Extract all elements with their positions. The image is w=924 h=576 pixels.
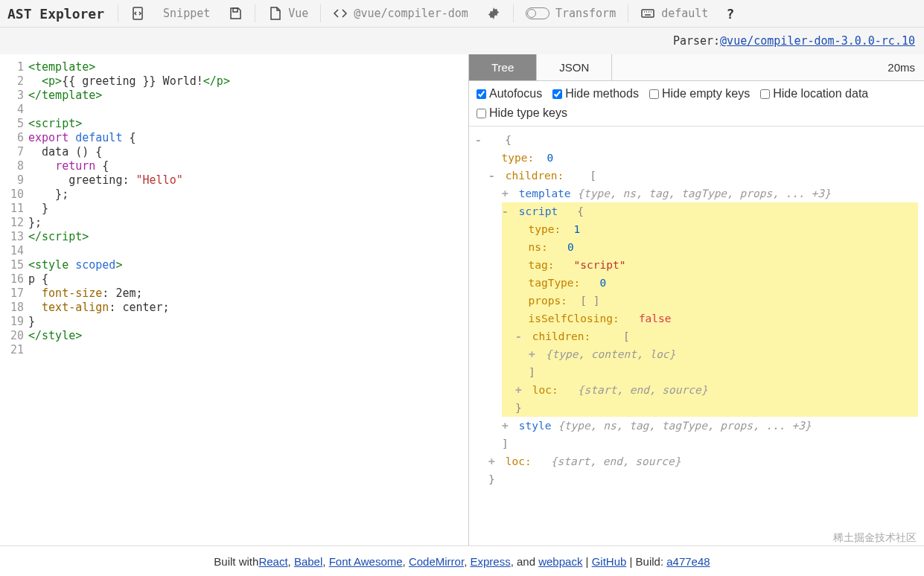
- code-line[interactable]: p {: [28, 272, 468, 287]
- parser-menu[interactable]: @vue/compiler-dom: [325, 0, 476, 27]
- parser-settings-button[interactable]: [479, 0, 509, 27]
- output-tabs: Tree JSON 20ms: [469, 54, 924, 81]
- code-line[interactable]: <style scoped>: [28, 258, 468, 272]
- code-line[interactable]: <p>{{ greeting }} World!</p>: [28, 74, 468, 89]
- collapse-icon[interactable]: -: [515, 327, 526, 345]
- opt-hide-location[interactable]: Hide location data: [760, 87, 868, 100]
- footer-link[interactable]: CodeMirror: [409, 555, 464, 568]
- code-line[interactable]: [28, 244, 468, 258]
- snippet-menu[interactable]: Snippet: [156, 0, 217, 27]
- language-menu[interactable]: Vue: [260, 0, 316, 27]
- tree-options: Autofocus Hide methods Hide empty keys H…: [469, 81, 924, 127]
- code-line[interactable]: </script>: [28, 230, 468, 244]
- toggle-icon: [526, 7, 549, 19]
- opt-hide-methods[interactable]: Hide methods: [552, 87, 639, 100]
- expand-icon[interactable]: +: [502, 185, 512, 202]
- code-line[interactable]: </template>: [28, 89, 468, 103]
- expand-icon[interactable]: +: [529, 345, 539, 363]
- watermark: 稀土掘金技术社区: [833, 531, 917, 545]
- output-panel: Tree JSON 20ms Autofocus Hide methods Hi…: [469, 54, 924, 545]
- ast-tree[interactable]: - { type: 0 - children: [ + template {ty…: [469, 127, 924, 545]
- code-line[interactable]: </style>: [28, 329, 468, 343]
- build-link[interactable]: a477e48: [666, 555, 710, 568]
- file-icon: [267, 6, 282, 21]
- code-line[interactable]: [28, 343, 468, 357]
- parse-time: 20ms: [888, 61, 924, 74]
- footer-link[interactable]: Babel: [294, 555, 322, 568]
- parser-info-bar: Parser: @vue/compiler-dom-3.0.0-rc.10: [0, 28, 924, 54]
- code-line[interactable]: greeting: "Hello": [28, 173, 468, 188]
- file-code-icon: [130, 6, 145, 21]
- expand-icon[interactable]: +: [502, 417, 512, 435]
- footer-link[interactable]: GitHub: [592, 555, 627, 568]
- code-line[interactable]: };: [28, 188, 468, 202]
- code-line[interactable]: text-align: center;: [28, 301, 468, 315]
- code-line[interactable]: <template>: [28, 60, 468, 74]
- gear-icon: [486, 6, 501, 21]
- code-icon: [333, 6, 348, 21]
- tab-tree[interactable]: Tree: [469, 54, 537, 80]
- code-line[interactable]: font-size: 2em;: [28, 287, 468, 301]
- collapse-icon[interactable]: -: [488, 167, 499, 185]
- transform-toggle[interactable]: Transform: [518, 0, 623, 27]
- expand-icon[interactable]: +: [488, 452, 499, 470]
- footer: Built with React, Babel, Font Awesome, C…: [0, 545, 924, 576]
- code-line[interactable]: }: [28, 202, 468, 216]
- footer-link[interactable]: webpack: [538, 555, 582, 568]
- tab-json[interactable]: JSON: [537, 54, 612, 80]
- code-line[interactable]: };: [28, 216, 468, 230]
- keyboard-icon: [640, 6, 655, 21]
- expand-icon[interactable]: +: [515, 381, 526, 399]
- collapse-icon[interactable]: -: [475, 131, 485, 149]
- svg-rect-1: [233, 8, 238, 12]
- code-line[interactable]: <script>: [28, 117, 468, 131]
- toolbar: AST Explorer Snippet Vue @vue/compiler-d…: [0, 0, 924, 28]
- collapse-icon[interactable]: -: [502, 202, 512, 220]
- code-editor[interactable]: 123456789101112131415161718192021 <templ…: [0, 54, 469, 545]
- new-snippet-button[interactable]: [123, 0, 153, 27]
- keymap-menu[interactable]: default: [633, 0, 716, 27]
- footer-link[interactable]: React: [258, 555, 287, 568]
- svg-rect-3: [642, 10, 654, 17]
- help-button[interactable]: ?: [719, 0, 742, 27]
- code-line[interactable]: data () {: [28, 145, 468, 159]
- code-line[interactable]: }: [28, 315, 468, 329]
- opt-hide-empty-keys[interactable]: Hide empty keys: [649, 87, 750, 100]
- parser-version-link[interactable]: @vue/compiler-dom-3.0.0-rc.10: [720, 34, 915, 48]
- footer-link[interactable]: Express: [470, 555, 510, 568]
- line-gutter: 123456789101112131415161718192021: [0, 60, 28, 545]
- code-line[interactable]: [28, 103, 468, 117]
- code-line[interactable]: return {: [28, 159, 468, 173]
- save-button[interactable]: [220, 0, 250, 27]
- parser-label: Parser:: [673, 34, 720, 48]
- footer-link[interactable]: Font Awesome: [329, 555, 403, 568]
- code-line[interactable]: export default {: [28, 131, 468, 145]
- help-icon: ?: [726, 6, 734, 22]
- app-logo: AST Explorer: [7, 6, 113, 22]
- opt-autofocus[interactable]: Autofocus: [477, 87, 542, 100]
- save-icon: [228, 6, 243, 21]
- opt-hide-type-keys[interactable]: Hide type keys: [477, 106, 567, 120]
